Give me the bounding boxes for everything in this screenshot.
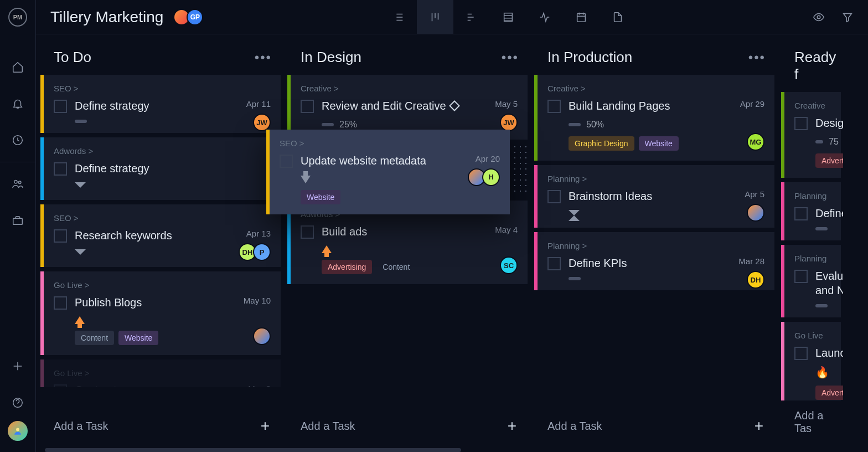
task-card[interactable]: SEO > Define strategy Apr 11JW: [40, 75, 281, 133]
card-category: Go Live >: [54, 280, 271, 290]
card-category: Planning: [794, 191, 839, 201]
people-icon[interactable]: [11, 177, 25, 191]
horizontal-scrollbar[interactable]: [45, 448, 461, 452]
eye-icon[interactable]: [813, 0, 825, 34]
task-card[interactable]: Planning Evaluaand N: [781, 245, 841, 317]
assignee-avatar[interactable]: P: [253, 243, 271, 261]
card-date: Apr 5: [745, 189, 764, 199]
card-category: Planning >: [547, 241, 764, 250]
help-icon[interactable]: [11, 396, 25, 410]
filter-icon[interactable]: [841, 0, 854, 34]
assignee-avatar[interactable]: JW: [500, 114, 518, 131]
view-list-icon[interactable]: [380, 0, 417, 34]
task-checkbox[interactable]: [54, 100, 67, 113]
task-card[interactable]: Go Live > Publish Blogs May 10ContentWeb…: [40, 271, 281, 355]
tag[interactable]: Advertis: [815, 153, 843, 168]
svg-rect-6: [504, 13, 512, 21]
task-card[interactable]: Planning > Define KPIs Mar 28DH: [534, 232, 774, 290]
task-card[interactable]: Planning Define: [781, 182, 841, 240]
tag[interactable]: Website: [118, 331, 158, 345]
tag[interactable]: Website: [301, 190, 340, 204]
tag[interactable]: Content: [75, 331, 114, 345]
card-title: Contracts: [75, 383, 271, 387]
task-card[interactable]: Planning > Brainstorm Ideas Apr 5: [534, 165, 774, 228]
svg-rect-7: [577, 13, 585, 22]
card-category: Planning: [794, 254, 839, 263]
clock-icon[interactable]: [11, 133, 25, 147]
tag[interactable]: Advertis: [815, 386, 843, 400]
view-gantt-icon[interactable]: [453, 0, 490, 34]
task-checkbox[interactable]: [280, 155, 293, 168]
view-activity-icon[interactable]: [526, 0, 563, 34]
task-checkbox[interactable]: [54, 162, 67, 176]
column-menu-icon[interactable]: •••: [748, 50, 766, 65]
assignee-avatar[interactable]: [253, 327, 271, 345]
chevron-down-icon[interactable]: [75, 249, 86, 257]
task-checkbox[interactable]: [794, 207, 808, 220]
assignee-avatar[interactable]: MG: [747, 133, 764, 151]
task-checkbox[interactable]: [794, 270, 808, 283]
add-task-button[interactable]: Add a Task +: [40, 408, 283, 444]
app-logo[interactable]: PM: [8, 8, 27, 27]
task-checkbox[interactable]: [54, 384, 67, 387]
card-date: Apr 11: [246, 99, 271, 109]
assignee-avatar[interactable]: DH: [747, 271, 764, 289]
task-checkbox[interactable]: [301, 100, 314, 113]
view-sheet-icon[interactable]: [490, 0, 526, 34]
assignee-avatar[interactable]: H: [482, 168, 500, 186]
task-checkbox[interactable]: [794, 347, 808, 360]
task-checkbox[interactable]: [547, 100, 561, 113]
chevron-up-icon[interactable]: [569, 210, 580, 218]
task-checkbox[interactable]: [547, 257, 561, 270]
card-title: Review and Edit Creative: [322, 99, 518, 113]
card-date: May 9: [248, 384, 271, 387]
card-category: Creative: [794, 101, 839, 110]
view-file-icon[interactable]: [600, 0, 636, 34]
task-card[interactable]: Go Live Launc 🔥Advertis: [781, 322, 841, 400]
task-checkbox[interactable]: [301, 225, 314, 239]
task-checkbox[interactable]: [794, 117, 808, 130]
assignee-avatar[interactable]: [747, 204, 764, 222]
task-checkbox[interactable]: [54, 296, 67, 310]
task-card[interactable]: Creative Desig 75Advertis: [781, 92, 841, 178]
current-user-avatar[interactable]: [8, 421, 28, 441]
tag[interactable]: Graphic Design: [569, 136, 634, 151]
task-card-dragging[interactable]: SEO > Update website metadata Apr 20 H W…: [266, 130, 510, 214]
project-members[interactable]: GP: [177, 9, 203, 25]
bell-icon[interactable]: [11, 96, 25, 111]
milestone-diamond-icon: [449, 100, 460, 111]
column-menu-icon[interactable]: •••: [255, 50, 272, 65]
view-calendar-icon[interactable]: [563, 0, 600, 34]
add-task-label: Add a Task: [547, 420, 602, 433]
tag[interactable]: Content: [376, 260, 416, 274]
task-checkbox[interactable]: [54, 229, 67, 243]
view-board-icon[interactable]: [417, 0, 453, 34]
plus-icon[interactable]: [11, 359, 25, 373]
add-task-label: Add a Task: [54, 420, 108, 433]
add-task-button[interactable]: Add a Task +: [534, 408, 777, 444]
card-title: Update website metadata: [301, 153, 500, 168]
tag[interactable]: Website: [639, 136, 679, 151]
add-task-button[interactable]: Add a Task +: [287, 408, 530, 444]
progress-text: 25%: [339, 120, 357, 130]
avatar[interactable]: GP: [187, 9, 203, 25]
card-category: Planning >: [547, 174, 764, 183]
task-card[interactable]: Creative > Build Landing Pages Apr 2950%…: [534, 75, 774, 161]
task-card[interactable]: SEO > Research keywords Apr 13DHP: [40, 204, 281, 267]
card-title: Define strategy: [75, 99, 271, 113]
assignee-avatar[interactable]: SC: [500, 256, 518, 274]
task-card[interactable]: Adwords > Define strategy: [40, 137, 281, 200]
task-checkbox[interactable]: [547, 190, 561, 203]
chevron-down-icon[interactable]: [75, 182, 86, 190]
add-task-button[interactable]: Add a Tas: [781, 400, 843, 444]
tag[interactable]: Advertising: [322, 260, 372, 274]
home-icon[interactable]: [11, 60, 25, 74]
card-category: Creative >: [301, 84, 518, 93]
column-menu-icon[interactable]: •••: [502, 50, 519, 65]
plus-icon: +: [508, 417, 516, 435]
briefcase-icon[interactable]: [11, 213, 25, 228]
card-title: Desig: [815, 116, 843, 130]
assignee-avatar[interactable]: JW: [253, 114, 271, 131]
task-card[interactable]: Go Live > Contracts May 9: [40, 359, 281, 387]
column-title: In Production: [547, 49, 632, 66]
